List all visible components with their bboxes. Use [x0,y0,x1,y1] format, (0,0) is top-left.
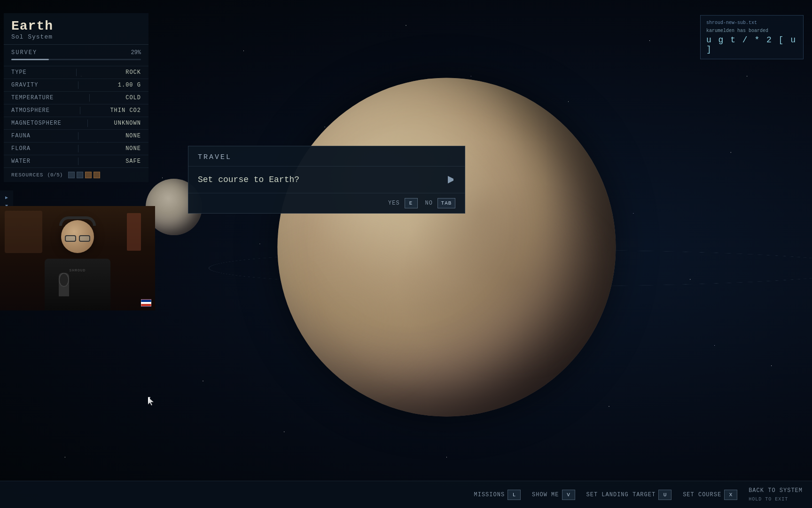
glasses-left [65,235,76,242]
mic-head [59,273,69,287]
bg-plant [5,211,42,253]
stat-value-magnetosphere: UNKNOWN [114,120,141,127]
person-body: SHROUD [45,259,110,310]
stat-row-gravity: GRAVITY 1.00 G [4,79,148,92]
stat-divider [78,81,78,89]
webcam-video: SHROUD [0,206,155,310]
set-landing-action[interactable]: SET LANDING TARGET U [586,490,672,500]
stat-divider [80,107,80,114]
stat-label-atmosphere: ATMOSPHERE [11,107,50,114]
travel-dialog-body: Set course to Earth? [188,167,465,193]
stat-value-atmosphere: THIN CO2 [110,107,141,114]
no-key-button[interactable]: TAB [437,198,455,208]
survey-section: SURVEY 29% [4,45,148,66]
stat-row-atmosphere: ATMOSPHERE THIN CO2 [4,104,148,117]
planet-earth [277,78,616,417]
yes-key-button[interactable]: E [405,198,418,208]
stat-divider [78,132,78,140]
planet-name: Earth [11,19,141,33]
set-course-key[interactable]: X [724,490,737,500]
bg-figure [127,213,141,251]
resources-label: RESOURCES [11,172,43,178]
resources-section: RESOURCES (0/5) [4,168,148,182]
stat-divider [78,158,78,165]
nav-arrow-up[interactable]: ▶ [2,194,11,201]
chat-overlay: shroud-new-sub.txt karumelden has boarde… [700,15,804,59]
planet-title-section: Earth Sol System [4,13,148,45]
back-to-system-sublabel: HOLD TO EXIT [749,497,788,502]
resource-icon-2 [77,172,83,178]
stat-value-temperature: COLD [125,95,141,101]
missions-action[interactable]: MISSIONS L [474,490,521,500]
survey-percentage: 29% [131,49,141,56]
cursor-arrow-icon [448,176,455,183]
planet-system: Sol System [11,33,141,40]
stat-label-water: WATER [11,158,31,165]
travel-dialog-footer: YES E NO TAB [188,193,465,213]
glasses-right [79,235,90,242]
stat-row-water: WATER SAFE [4,155,148,168]
stat-divider [76,69,77,76]
stat-value-water: SAFE [125,158,141,165]
webcam-overlay: SHROUD [0,206,155,310]
stat-row-flora: FLORA NONE [4,143,148,155]
stat-divider [89,94,90,102]
stat-value-gravity: 1.00 G [118,82,141,88]
stat-label-flora: FLORA [11,145,31,152]
survey-label: SURVEY [11,49,37,56]
resource-icon-4 [94,172,100,178]
stat-value-type: ROCK [125,69,141,76]
stat-value-flora: NONE [125,145,141,152]
mouse-cursor [148,397,154,406]
survey-bar-fill [11,59,49,60]
travel-dialog-header: TRAVEL [188,146,465,167]
chat-joined-message: karumelden has boarded [706,28,797,33]
set-course-action[interactable]: SET COURSE X [683,490,737,500]
no-label: NO [425,200,433,206]
flag-badge [141,299,151,307]
stat-row-fauna: FAUNA NONE [4,130,148,143]
set-course-label: SET COURSE [683,492,721,498]
chat-filename: shroud-new-sub.txt [706,20,797,25]
shirt-text: SHROUD [70,268,86,272]
headphones-band [59,216,96,226]
stat-label-fauna: FAUNA [11,133,31,139]
stat-row-type: TYPE ROCK [4,66,148,79]
resources-count: (0/5) [47,172,62,178]
resource-icon-1 [68,172,75,178]
stats-table: TYPE ROCK GRAVITY 1.00 G TEMPERATURE COL… [4,66,148,168]
stat-label-temperature: TEMPERATURE [11,95,54,101]
travel-dialog: TRAVEL Set course to Earth? YES E NO TAB [188,146,465,214]
back-to-system-label: BACK TO SYSTEM [749,487,803,494]
travel-dialog-question: Set course to Earth? [198,175,442,184]
show-me-label: SHOW ME [532,492,559,498]
person-head [61,220,94,253]
missions-label: MISSIONS [474,492,505,498]
planet-info-panel: Earth Sol System SURVEY 29% TYPE ROCK GR… [4,13,148,182]
travel-dialog-title: TRAVEL [198,153,232,161]
yes-label: YES [388,200,400,206]
stat-divider [87,119,88,127]
set-landing-key[interactable]: U [658,490,671,500]
show-me-action[interactable]: SHOW ME V [532,490,575,500]
stat-divider [78,145,78,152]
set-landing-label: SET LANDING TARGET [586,492,656,498]
microphone [59,273,69,296]
show-me-key[interactable]: V [562,490,575,500]
resource-icon-3 [85,172,92,178]
missions-key[interactable]: L [508,490,521,500]
stat-label-gravity: GRAVITY [11,82,38,88]
resource-icons [68,172,100,178]
stat-label-magnetosphere: MAGNETOSPHERE [11,120,62,127]
stat-row-temperature: TEMPERATURE COLD [4,92,148,104]
bottom-action-bar: MISSIONS L SHOW ME V SET LANDING TARGET … [0,481,812,508]
stat-label-type: TYPE [11,69,27,76]
chat-command: u g t / * 2 [ u ] [706,35,797,54]
back-to-system-action[interactable]: BACK TO SYSTEM HOLD TO EXIT [749,487,803,502]
survey-bar-background [11,59,141,60]
stat-value-fauna: NONE [125,133,141,139]
stat-row-magnetosphere: MAGNETOSPHERE UNKNOWN [4,117,148,130]
